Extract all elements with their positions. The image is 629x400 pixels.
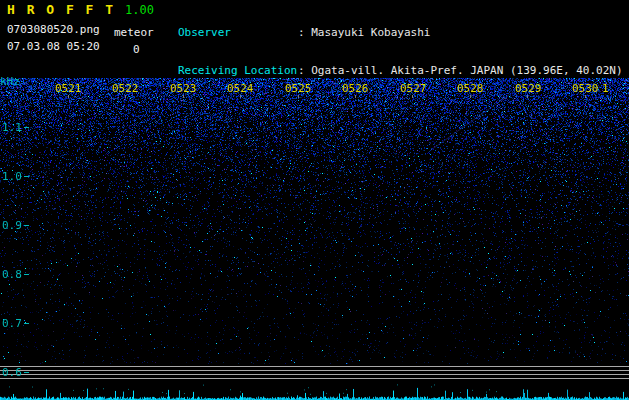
info-label: Receiving Location (178, 65, 298, 78)
y-tick-0.8: 0.8 (2, 269, 29, 280)
frame-datetime: 07.03.08 05:20 (7, 40, 100, 53)
x-tick-0527: 0527 (400, 83, 427, 94)
info-row-location: Receiving Location: Ogata-vill. Akita-Pr… (178, 65, 623, 78)
x-tick-0524: 0524 (227, 83, 254, 94)
x-tick-0521: 0521 (55, 83, 82, 94)
info-value: Ogata-vill. Akita-Pref. JAPAN (139.96E, … (311, 64, 622, 77)
app-title: H R O F F T (7, 2, 115, 17)
info-colon: : (298, 26, 311, 39)
hrofft-screen: H R O F F T 1.00 0703080520.png meteor 0… (0, 0, 629, 400)
x-tick-0530: 0530 (572, 83, 599, 94)
y-tick-1.1: 1.1 (2, 122, 29, 133)
y-axis-unit: kHz (0, 76, 20, 87)
info-value: Masayuki Kobayashi (311, 26, 430, 39)
x-tick-0526: 0526 (342, 83, 369, 94)
x-tick-0522: 0522 (112, 83, 139, 94)
info-label: Observer (178, 27, 298, 40)
app-version: 1.00 (125, 3, 154, 17)
mode-label: meteor (114, 26, 154, 39)
info-colon: : (298, 64, 311, 77)
y-tick-0.7: 0.7 (2, 318, 29, 329)
y-tick-0.6: 0.6 (2, 367, 29, 378)
x-tick-0528: 0528 (457, 83, 484, 94)
x-tick-0523: 0523 (170, 83, 197, 94)
y-tick-0.9: 0.9 (2, 220, 29, 231)
x-tick-partial: 1 (602, 83, 609, 94)
info-row-observer: Observer: Masayuki Kobayashi (178, 27, 623, 40)
x-tick-0525: 0525 (285, 83, 312, 94)
output-filename: 0703080520.png (7, 23, 100, 36)
y-tick-1.0: 1.0 (2, 171, 29, 182)
spectrogram-canvas (0, 78, 629, 400)
x-tick-0529: 0529 (515, 83, 542, 94)
echo-count: 0 (133, 43, 140, 56)
